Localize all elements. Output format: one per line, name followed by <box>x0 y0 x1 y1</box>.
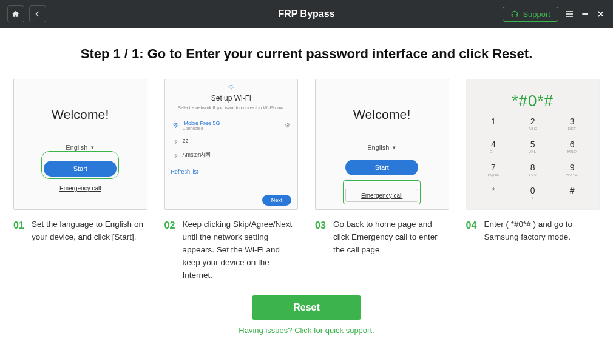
thumb2-network-item: 22 <box>171 134 292 147</box>
step-caption: Enter ( *#0*# ) and go to Samsung factor… <box>484 218 600 244</box>
svg-point-3 <box>175 157 175 157</box>
step-card: *#0*# 1 2ABC 3DEF 4GHI 5JKL 6MNO 7PQRS 8… <box>466 79 600 244</box>
svg-point-2 <box>175 143 175 143</box>
support-button[interactable]: Support <box>503 7 558 22</box>
step-caption: Go back to home page and click Emergency… <box>333 218 449 257</box>
thumb3-welcome: Welcome! <box>353 107 411 122</box>
close-icon <box>597 10 605 18</box>
issues-link[interactable]: Having issues? Click for quick support. <box>0 326 613 335</box>
thumb3-language: English ▼ <box>367 144 396 151</box>
step-card: Welcome! English ▼ Start Emergency call … <box>13 79 147 244</box>
step-number: 01 <box>13 218 28 244</box>
dialpad-key: # <box>552 181 592 204</box>
step-number: 03 <box>315 218 330 257</box>
step-thumbnail-04: *#0*# 1 2ABC 3DEF 4GHI 5JKL 6MNO 7PQRS 8… <box>466 79 600 210</box>
thumb2-subtitle: Select a network if you want to connect … <box>178 105 285 110</box>
thumb2-next-button: Next <box>262 195 291 206</box>
step-thumbnail-03: Welcome! English ▼ Start Emergency call <box>315 79 449 210</box>
wifi-icon <box>172 152 179 158</box>
dialpad-key: * <box>474 181 513 204</box>
svg-point-0 <box>231 89 232 90</box>
step-card: Set up Wi-Fi Select a network if you wan… <box>164 79 299 282</box>
thumb2-title: Set up Wi-Fi <box>211 94 251 103</box>
wifi-icon <box>172 123 179 128</box>
thumb2-refresh: Refresh list <box>171 169 292 175</box>
thumb1-start-button: Start <box>44 161 117 177</box>
titlebar: FRP Bypass Support <box>0 0 613 28</box>
minimize-button[interactable] <box>580 9 590 19</box>
wifi-icon <box>228 84 235 92</box>
wifi-icon <box>172 138 179 144</box>
dialpad-key: 3DEF <box>552 113 592 136</box>
home-button[interactable] <box>7 5 24 22</box>
step-caption: Set the language to English on your devi… <box>32 218 147 244</box>
thumb1-language: English ▼ <box>66 144 95 151</box>
gear-icon: ⚙ <box>285 122 290 129</box>
svg-point-1 <box>175 127 175 127</box>
thumb3-highlight: Emergency call <box>343 180 421 204</box>
steps-row: Welcome! English ▼ Start Emergency call … <box>0 79 613 282</box>
step-card: Welcome! English ▼ Start Emergency call … <box>315 79 449 257</box>
bottom-area: Reset Having issues? Click for quick sup… <box>0 295 613 335</box>
dialpad-key: 7PQRS <box>474 159 513 182</box>
dialpad-key: 4GHI <box>474 136 513 159</box>
chevron-left-icon <box>34 10 41 18</box>
step-thumbnail-01: Welcome! English ▼ Start Emergency call <box>13 79 147 210</box>
menu-icon <box>564 9 574 19</box>
step-number: 02 <box>164 218 179 282</box>
thumb1-highlight: Start <box>41 151 119 179</box>
dialpad-key: 1 <box>474 113 513 136</box>
dialpad-key: 6MNO <box>552 136 592 159</box>
thumb2-network-item: Amster内网 <box>171 147 292 163</box>
menu-button[interactable] <box>564 9 574 19</box>
thumb1-emergency: Emergency call <box>59 185 101 192</box>
close-button[interactable] <box>596 9 606 19</box>
thumb3-start-button: Start <box>345 160 418 175</box>
thumb2-network-item: iMobie Free 5G Connected ⚙ <box>171 116 292 134</box>
step-heading: Step 1 / 1: Go to Enter your current pas… <box>36 46 577 62</box>
caret-down-icon: ▼ <box>391 145 396 150</box>
thumb3-emergency: Emergency call <box>345 189 418 202</box>
home-icon <box>12 10 20 18</box>
support-label: Support <box>523 10 550 19</box>
dialpad-key: 9WXYZ <box>552 159 592 182</box>
minimize-icon <box>581 10 589 18</box>
step-caption: Keep clicking Skip/Agree/Next until the … <box>183 218 299 282</box>
dialpad-key: 0+ <box>513 181 552 204</box>
thumb4-dialpad: 1 2ABC 3DEF 4GHI 5JKL 6MNO 7PQRS 8TUV 9W… <box>474 113 592 204</box>
dialpad-key: 8TUV <box>513 159 552 182</box>
app-title: FRP Bypass <box>278 8 334 19</box>
thumb4-display: *#0*# <box>474 87 592 113</box>
reset-button[interactable]: Reset <box>252 295 361 320</box>
step-thumbnail-02: Set up Wi-Fi Select a network if you wan… <box>164 79 299 210</box>
step-number: 04 <box>466 218 481 244</box>
dialpad-key: 5JKL <box>513 136 552 159</box>
caret-down-icon: ▼ <box>90 145 95 150</box>
back-button[interactable] <box>29 5 46 22</box>
dialpad-key: 2ABC <box>513 113 552 136</box>
headset-icon <box>510 10 519 18</box>
thumb1-welcome: Welcome! <box>52 107 109 122</box>
